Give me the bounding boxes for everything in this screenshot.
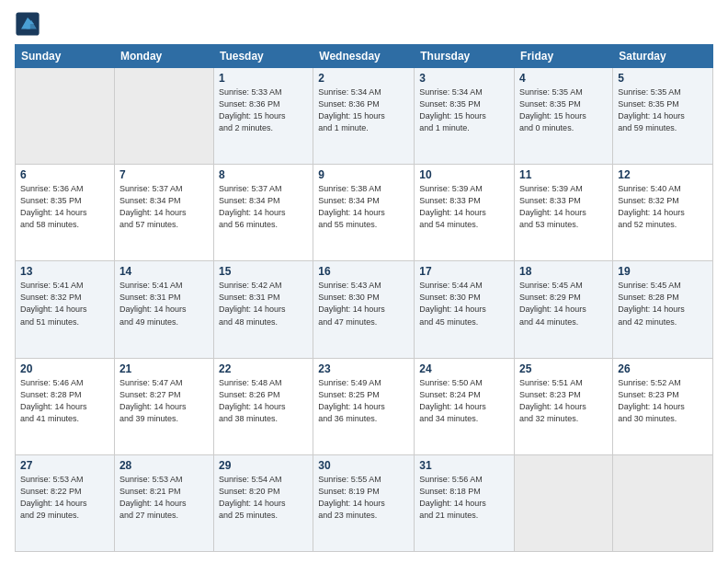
day-info: Sunrise: 5:50 AM Sunset: 8:24 PM Dayligh… [419, 377, 509, 425]
calendar-day-cell: 13Sunrise: 5:41 AM Sunset: 8:32 PM Dayli… [16, 261, 115, 358]
day-info: Sunrise: 5:52 AM Sunset: 8:23 PM Dayligh… [618, 377, 708, 425]
calendar-day-cell: 31Sunrise: 5:56 AM Sunset: 8:18 PM Dayli… [415, 454, 515, 551]
calendar-day-cell: 28Sunrise: 5:53 AM Sunset: 8:21 PM Dayli… [114, 454, 213, 551]
day-number: 2 [318, 72, 409, 85]
day-info: Sunrise: 5:43 AM Sunset: 8:30 PM Dayligh… [318, 280, 409, 327]
day-info: Sunrise: 5:49 AM Sunset: 8:25 PM Dayligh… [318, 377, 409, 425]
calendar-day-cell: 7Sunrise: 5:37 AM Sunset: 8:34 PM Daylig… [114, 165, 213, 261]
day-number: 23 [318, 362, 409, 375]
calendar-week-row: 6Sunrise: 5:36 AM Sunset: 8:35 PM Daylig… [16, 165, 713, 261]
calendar-day-cell [114, 68, 213, 165]
calendar-day-cell: 23Sunrise: 5:49 AM Sunset: 8:25 PM Dayli… [313, 358, 415, 454]
calendar-day-cell: 16Sunrise: 5:43 AM Sunset: 8:30 PM Dayli… [313, 261, 415, 358]
calendar-day-cell: 4Sunrise: 5:35 AM Sunset: 8:35 PM Daylig… [515, 68, 613, 165]
calendar-table: SundayMondayTuesdayWednesdayThursdayFrid… [15, 44, 713, 552]
weekday-header: Friday [515, 45, 613, 68]
day-info: Sunrise: 5:40 AM Sunset: 8:32 PM Dayligh… [618, 183, 708, 231]
calendar-day-cell: 26Sunrise: 5:52 AM Sunset: 8:23 PM Dayli… [613, 358, 713, 454]
day-number: 30 [318, 459, 409, 472]
calendar-day-cell: 18Sunrise: 5:45 AM Sunset: 8:29 PM Dayli… [515, 261, 613, 358]
calendar-day-cell: 24Sunrise: 5:50 AM Sunset: 8:24 PM Dayli… [415, 358, 515, 454]
calendar-day-cell: 19Sunrise: 5:45 AM Sunset: 8:28 PM Dayli… [613, 261, 713, 358]
calendar-day-cell [16, 68, 115, 165]
day-number: 24 [419, 362, 509, 375]
calendar-day-cell: 5Sunrise: 5:35 AM Sunset: 8:35 PM Daylig… [613, 68, 713, 165]
calendar-week-row: 27Sunrise: 5:53 AM Sunset: 8:22 PM Dayli… [16, 454, 713, 551]
calendar-day-cell: 29Sunrise: 5:54 AM Sunset: 8:20 PM Dayli… [213, 454, 313, 551]
day-info: Sunrise: 5:53 AM Sunset: 8:22 PM Dayligh… [20, 474, 109, 522]
day-info: Sunrise: 5:41 AM Sunset: 8:32 PM Dayligh… [20, 280, 109, 327]
day-info: Sunrise: 5:37 AM Sunset: 8:34 PM Dayligh… [119, 183, 209, 231]
day-number: 15 [219, 265, 308, 278]
day-info: Sunrise: 5:42 AM Sunset: 8:31 PM Dayligh… [219, 280, 308, 327]
calendar-day-cell: 10Sunrise: 5:39 AM Sunset: 8:33 PM Dayli… [415, 165, 515, 261]
day-number: 3 [419, 72, 509, 85]
day-info: Sunrise: 5:37 AM Sunset: 8:34 PM Dayligh… [219, 183, 308, 231]
weekday-header: Wednesday [313, 45, 415, 68]
calendar-day-cell: 3Sunrise: 5:34 AM Sunset: 8:35 PM Daylig… [415, 68, 515, 165]
day-number: 17 [419, 265, 509, 278]
calendar-day-cell: 21Sunrise: 5:47 AM Sunset: 8:27 PM Dayli… [114, 358, 213, 454]
weekday-header: Monday [114, 45, 213, 68]
header [15, 11, 713, 37]
day-info: Sunrise: 5:56 AM Sunset: 8:18 PM Dayligh… [419, 474, 509, 522]
day-number: 18 [519, 265, 608, 278]
calendar-day-cell: 8Sunrise: 5:37 AM Sunset: 8:34 PM Daylig… [213, 165, 313, 261]
day-number: 22 [219, 362, 308, 375]
calendar-day-cell: 12Sunrise: 5:40 AM Sunset: 8:32 PM Dayli… [613, 165, 713, 261]
calendar-day-cell: 1Sunrise: 5:33 AM Sunset: 8:36 PM Daylig… [213, 68, 313, 165]
day-info: Sunrise: 5:38 AM Sunset: 8:34 PM Dayligh… [318, 183, 409, 231]
logo-icon [15, 11, 40, 37]
day-number: 31 [419, 459, 509, 472]
day-info: Sunrise: 5:35 AM Sunset: 8:35 PM Dayligh… [618, 86, 708, 134]
calendar-day-cell: 14Sunrise: 5:41 AM Sunset: 8:31 PM Dayli… [114, 261, 213, 358]
calendar-day-cell [613, 454, 713, 551]
day-info: Sunrise: 5:36 AM Sunset: 8:35 PM Dayligh… [20, 183, 109, 231]
day-number: 12 [618, 168, 708, 181]
weekday-header: Thursday [415, 45, 515, 68]
day-info: Sunrise: 5:45 AM Sunset: 8:29 PM Dayligh… [519, 280, 608, 327]
weekday-header: Tuesday [213, 45, 313, 68]
day-number: 26 [618, 362, 708, 375]
weekday-header: Saturday [613, 45, 713, 68]
logo [15, 11, 44, 37]
day-number: 25 [519, 362, 608, 375]
day-number: 16 [318, 265, 409, 278]
day-info: Sunrise: 5:46 AM Sunset: 8:28 PM Dayligh… [20, 377, 109, 425]
day-number: 11 [519, 168, 608, 181]
calendar-day-cell: 15Sunrise: 5:42 AM Sunset: 8:31 PM Dayli… [213, 261, 313, 358]
day-number: 6 [20, 168, 109, 181]
calendar-day-cell: 2Sunrise: 5:34 AM Sunset: 8:36 PM Daylig… [313, 68, 415, 165]
day-number: 27 [20, 459, 109, 472]
header-row: SundayMondayTuesdayWednesdayThursdayFrid… [16, 45, 713, 68]
day-number: 5 [618, 72, 708, 85]
calendar-week-row: 1Sunrise: 5:33 AM Sunset: 8:36 PM Daylig… [16, 68, 713, 165]
calendar-day-cell: 27Sunrise: 5:53 AM Sunset: 8:22 PM Dayli… [16, 454, 115, 551]
day-info: Sunrise: 5:45 AM Sunset: 8:28 PM Dayligh… [618, 280, 708, 327]
day-info: Sunrise: 5:53 AM Sunset: 8:21 PM Dayligh… [119, 474, 209, 522]
calendar-day-cell [515, 454, 613, 551]
day-info: Sunrise: 5:44 AM Sunset: 8:30 PM Dayligh… [419, 280, 509, 327]
day-number: 29 [219, 459, 308, 472]
calendar-day-cell: 11Sunrise: 5:39 AM Sunset: 8:33 PM Dayli… [515, 165, 613, 261]
calendar-day-cell: 9Sunrise: 5:38 AM Sunset: 8:34 PM Daylig… [313, 165, 415, 261]
day-number: 19 [618, 265, 708, 278]
day-number: 4 [519, 72, 608, 85]
day-number: 20 [20, 362, 109, 375]
day-info: Sunrise: 5:54 AM Sunset: 8:20 PM Dayligh… [219, 474, 308, 522]
day-info: Sunrise: 5:39 AM Sunset: 8:33 PM Dayligh… [519, 183, 608, 231]
calendar-week-row: 13Sunrise: 5:41 AM Sunset: 8:32 PM Dayli… [16, 261, 713, 358]
day-info: Sunrise: 5:34 AM Sunset: 8:36 PM Dayligh… [318, 86, 409, 134]
weekday-header: Sunday [16, 45, 115, 68]
day-number: 13 [20, 265, 109, 278]
day-number: 28 [119, 459, 209, 472]
calendar-day-cell: 17Sunrise: 5:44 AM Sunset: 8:30 PM Dayli… [415, 261, 515, 358]
day-number: 14 [119, 265, 209, 278]
calendar-day-cell: 30Sunrise: 5:55 AM Sunset: 8:19 PM Dayli… [313, 454, 415, 551]
day-info: Sunrise: 5:33 AM Sunset: 8:36 PM Dayligh… [219, 86, 308, 134]
day-info: Sunrise: 5:41 AM Sunset: 8:31 PM Dayligh… [119, 280, 209, 327]
calendar-day-cell: 20Sunrise: 5:46 AM Sunset: 8:28 PM Dayli… [16, 358, 115, 454]
day-number: 9 [318, 168, 409, 181]
day-number: 1 [219, 72, 308, 85]
calendar-day-cell: 22Sunrise: 5:48 AM Sunset: 8:26 PM Dayli… [213, 358, 313, 454]
